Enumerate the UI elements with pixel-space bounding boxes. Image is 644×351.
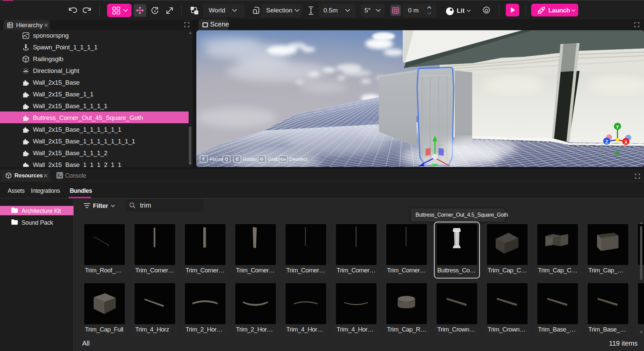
svg-text:Focus: Focus [210, 157, 222, 162]
svg-text:E: E [236, 157, 239, 162]
svg-text:Deselect: Deselect [289, 157, 307, 162]
svg-text:Grab: Grab [268, 157, 279, 162]
svg-text:Q: Q [225, 157, 228, 162]
svg-text:F: F [202, 157, 205, 162]
svg-text:G: G [260, 157, 263, 162]
svg-text:Z: Z [605, 139, 608, 144]
svg-text:Rotate: Rotate [243, 157, 257, 162]
svg-text:Y: Y [616, 124, 619, 130]
svg-text:X: X [624, 139, 628, 145]
svg-text:Esc: Esc [281, 158, 287, 161]
